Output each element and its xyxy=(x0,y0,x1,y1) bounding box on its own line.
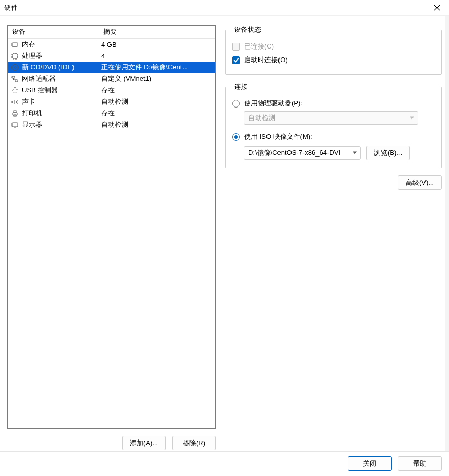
device-status-legend: 设备状态 xyxy=(232,25,263,34)
connect-at-poweron-checkbox[interactable] xyxy=(232,56,240,64)
add-button[interactable]: 添加(A)... xyxy=(122,436,166,450)
title-bar: 硬件 xyxy=(0,0,449,16)
device-summary: 4 xyxy=(99,52,215,60)
use-physical-drive-label: 使用物理驱动器(P): xyxy=(244,99,302,108)
col-header-device[interactable]: 设备 xyxy=(8,26,99,39)
device-summary: 自定义 (VMnet1) xyxy=(99,74,215,84)
cpu-icon xyxy=(11,52,19,60)
help-button[interactable]: 帮助 xyxy=(398,456,442,471)
use-iso-label: 使用 ISO 映像文件(M): xyxy=(244,132,312,141)
connect-at-poweron-row[interactable]: 启动时连接(O) xyxy=(232,53,435,67)
use-iso-row[interactable]: 使用 ISO 映像文件(M): xyxy=(232,130,435,144)
network-icon xyxy=(11,75,19,83)
display-icon xyxy=(11,121,19,129)
dialog-footer: 关闭 帮助 xyxy=(0,451,449,476)
device-row[interactable]: 显示器自动检测 xyxy=(8,119,215,130)
connect-at-poweron-label: 启动时连接(O) xyxy=(244,55,288,65)
device-name: 声卡 xyxy=(22,97,35,106)
physical-drive-value: 自动检测 xyxy=(248,113,275,123)
use-physical-drive-radio[interactable] xyxy=(232,100,240,108)
device-list[interactable]: 设备 摘要 内存4 GB处理器4新 CD/DVD (IDE)正在使用文件 D:\… xyxy=(7,25,216,429)
window-title: 硬件 xyxy=(4,3,18,13)
device-status-group: 设备状态 已连接(C) 启动时连接(O) xyxy=(225,25,442,75)
device-list-header: 设备 摘要 xyxy=(8,26,215,39)
device-summary: 自动检测 xyxy=(99,120,215,129)
iso-path-value: D:\镜像\CentOS-7-x86_64-DVI xyxy=(248,148,341,158)
device-name: USB 控制器 xyxy=(22,86,58,95)
device-row[interactable]: 网络适配器自定义 (VMnet1) xyxy=(8,73,215,85)
physical-drive-select: 自动检测 xyxy=(244,111,418,125)
use-iso-radio[interactable] xyxy=(232,133,240,141)
device-row[interactable]: 声卡自动检测 xyxy=(8,96,215,108)
close-button[interactable]: 关闭 xyxy=(348,456,392,471)
use-physical-drive-row[interactable]: 使用物理驱动器(P): xyxy=(232,97,435,110)
connected-label: 已连接(C) xyxy=(244,42,274,51)
connection-group: 连接 使用物理驱动器(P): 自动检测 使用 ISO 映像文件(M): D:\镜… xyxy=(225,82,442,168)
device-summary: 4 GB xyxy=(99,41,215,49)
device-row[interactable]: 新 CD/DVD (IDE)正在使用文件 D:\镜像\Cent... xyxy=(8,62,215,73)
connection-legend: 连接 xyxy=(232,82,250,91)
memory-icon xyxy=(11,41,19,49)
device-summary: 存在 xyxy=(99,86,215,95)
window-close-button[interactable] xyxy=(429,1,445,15)
device-name: 网络适配器 xyxy=(22,74,56,84)
device-name: 处理器 xyxy=(22,51,42,61)
device-summary: 存在 xyxy=(99,109,215,118)
browse-button[interactable]: 浏览(B)... xyxy=(366,146,410,160)
chevron-down-icon[interactable] xyxy=(353,152,357,154)
disc-icon xyxy=(11,64,19,72)
device-row[interactable]: 内存4 GB xyxy=(8,39,215,50)
device-name: 内存 xyxy=(22,40,35,49)
device-summary: 自动检测 xyxy=(99,97,215,106)
device-row[interactable]: 处理器4 xyxy=(8,50,215,62)
iso-path-combo[interactable]: D:\镜像\CentOS-7-x86_64-DVI xyxy=(244,146,361,160)
sound-icon xyxy=(11,98,19,106)
device-row[interactable]: 打印机存在 xyxy=(8,108,215,119)
remove-button[interactable]: 移除(R) xyxy=(172,436,216,450)
advanced-button[interactable]: 高级(V)... xyxy=(398,175,442,190)
chevron-down-icon xyxy=(410,117,414,120)
usb-icon xyxy=(11,87,19,94)
device-name: 新 CD/DVD (IDE) xyxy=(22,63,74,72)
connected-checkbox xyxy=(232,43,240,51)
device-name: 打印机 xyxy=(22,109,42,118)
device-summary: 正在使用文件 D:\镜像\Cent... xyxy=(99,63,215,72)
device-row[interactable]: USB 控制器存在 xyxy=(8,85,215,96)
device-name: 显示器 xyxy=(22,120,42,129)
col-header-summary[interactable]: 摘要 xyxy=(99,26,215,39)
edge-sliver xyxy=(445,16,449,476)
connected-checkbox-row: 已连接(C) xyxy=(232,40,435,53)
printer-icon xyxy=(11,110,19,117)
